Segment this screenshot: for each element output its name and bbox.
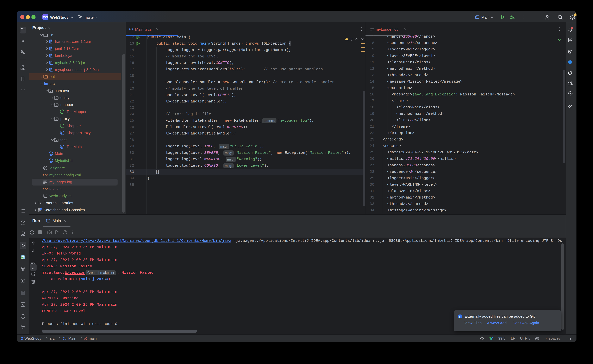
svg-text:C: C [50, 152, 52, 155]
svg-text:I: I [62, 124, 63, 128]
svg-text:C: C [130, 28, 132, 31]
svg-text:C: C [61, 145, 63, 148]
svg-text:?: ? [24, 52, 25, 54]
svg-text:m: m [84, 337, 86, 340]
svg-text:C: C [50, 159, 52, 162]
svg-text:</>: </> [43, 187, 48, 191]
svg-text:C: C [61, 131, 63, 135]
svg-text:</>: </> [43, 173, 48, 177]
svg-text:C: C [64, 337, 65, 340]
svg-text:I: I [62, 110, 63, 113]
